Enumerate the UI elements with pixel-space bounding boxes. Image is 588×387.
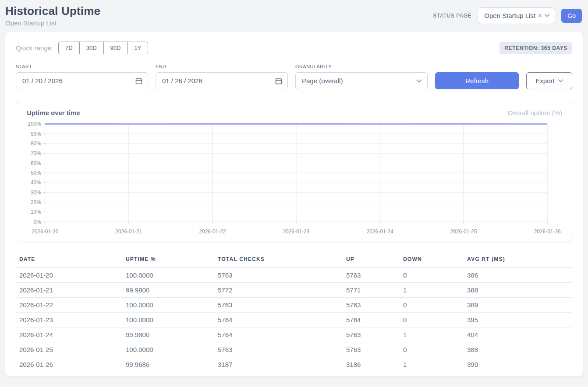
table-row: 2026-01-2699.9686318731861390 — [16, 357, 572, 372]
page-subtitle: Open Startup List — [5, 19, 100, 27]
table-cell: 1 — [400, 283, 464, 298]
chart-legend: Overall uptime (%) — [508, 109, 562, 116]
quick-range-90d-button[interactable]: 90D — [103, 42, 128, 54]
column-header: TOTAL CHECKS — [214, 253, 343, 268]
table-cell: 2026-01-21 — [16, 283, 122, 298]
svg-text:2026-01-25: 2026-01-25 — [450, 229, 477, 235]
table-cell: 1 — [400, 327, 464, 342]
table-cell: 2026-01-20 — [16, 268, 122, 283]
uptime-table: DATEUPTIME %TOTAL CHECKSUPDOWNAVG RT (MS… — [16, 253, 572, 372]
table-cell: 5771 — [343, 283, 400, 298]
granularity-field: GRANULARITY Page (overall) — [295, 64, 428, 89]
table-cell: 386 — [464, 268, 572, 283]
svg-text:80%: 80% — [31, 141, 41, 147]
table-cell: 1 — [400, 357, 464, 372]
granularity-label: GRANULARITY — [295, 64, 428, 69]
table-row: 2026-01-23100.0000576457640395 — [16, 313, 572, 327]
retention-badge: RETENTION: 365 DAYS — [499, 42, 572, 54]
table-row: 2026-01-25100.0000576357630388 — [16, 342, 572, 357]
header-controls: STATUS PAGE Open Startup List × Go — [433, 7, 582, 24]
table-cell: 389 — [464, 298, 572, 313]
calendar-icon[interactable] — [275, 77, 282, 84]
chevron-down-icon — [545, 14, 549, 17]
svg-text:2026-01-22: 2026-01-22 — [199, 229, 226, 235]
table-row: 2026-01-22100.0000576357630389 — [16, 298, 572, 313]
svg-text:100%: 100% — [28, 121, 41, 127]
table-cell: 100.0000 — [122, 298, 214, 313]
table-cell: 395 — [464, 313, 572, 327]
uptime-table-body: 2026-01-20100.00005763576303862026-01-21… — [16, 268, 572, 372]
end-label: END — [156, 64, 288, 69]
svg-text:2026-01-20: 2026-01-20 — [32, 229, 58, 235]
table-cell: 100.0000 — [122, 268, 214, 283]
column-header: DOWN — [400, 253, 464, 268]
chevron-down-icon — [417, 79, 422, 83]
status-page-label: STATUS PAGE — [433, 13, 471, 19]
clear-icon[interactable]: × — [538, 12, 542, 19]
end-date-field: END 01 / 26 / 2026 — [156, 64, 288, 89]
go-button[interactable]: Go — [561, 9, 582, 23]
chart-header: Uptime over time Overall uptime (%) — [26, 109, 562, 116]
quick-range-1y-button[interactable]: 1Y — [127, 42, 148, 54]
quick-range-7d-button[interactable]: 7D — [58, 42, 80, 54]
status-page-value: Open Startup List — [484, 12, 535, 19]
uptime-chart: 100%90%80%70%60%50%40%30%20%10%0%2026-01… — [26, 121, 562, 236]
filter-form-row: START 01 / 20 / 2026 END 01 / 26 / 2026 … — [16, 64, 572, 89]
quick-range-label: Quick range: — [16, 44, 53, 52]
table-row: 2026-01-2199.9800577257711388 — [16, 283, 572, 298]
table-cell: 0 — [400, 342, 464, 357]
granularity-select[interactable]: Page (overall) — [295, 72, 428, 89]
status-page-select[interactable]: Open Startup List × — [478, 7, 555, 24]
table-row: 2026-01-20100.0000576357630386 — [16, 268, 572, 283]
table-cell: 99.9800 — [122, 283, 214, 298]
table-cell: 2026-01-23 — [16, 313, 122, 327]
table-cell: 2026-01-22 — [16, 298, 122, 313]
table-cell: 2026-01-26 — [16, 357, 122, 372]
svg-text:0%: 0% — [34, 218, 42, 225]
svg-text:2026-01-23: 2026-01-23 — [283, 229, 309, 235]
table-cell: 5763 — [343, 268, 400, 283]
table-cell: 5763 — [343, 327, 400, 342]
svg-text:90%: 90% — [31, 130, 41, 137]
table-cell: 0 — [400, 313, 464, 327]
quick-range-group: 7D30D90D1Y — [58, 42, 148, 54]
chart-title: Uptime over time — [27, 109, 80, 116]
table-cell: 5763 — [343, 298, 400, 313]
svg-text:2026-01-26: 2026-01-26 — [534, 229, 561, 235]
svg-text:2026-01-24: 2026-01-24 — [367, 229, 393, 235]
table-cell: 0 — [400, 298, 464, 313]
export-button[interactable]: Export — [526, 72, 572, 89]
svg-text:30%: 30% — [31, 189, 41, 195]
table-cell: 5763 — [214, 268, 343, 283]
quick-range-30d-button[interactable]: 30D — [79, 42, 104, 54]
table-cell: 5763 — [214, 298, 343, 313]
svg-text:20%: 20% — [31, 199, 41, 205]
svg-text:10%: 10% — [31, 209, 41, 215]
uptime-chart-card: Uptime over time Overall uptime (%) 100%… — [16, 101, 572, 242]
page-title: Historical Uptime — [5, 4, 100, 18]
refresh-button[interactable]: Refresh — [435, 72, 519, 89]
table-cell: 5764 — [214, 327, 343, 342]
table-row: 2026-01-2499.9800576457631404 — [16, 327, 572, 342]
table-cell: 388 — [464, 342, 572, 357]
table-cell: 5764 — [214, 313, 343, 327]
start-date-input[interactable]: 01 / 20 / 2026 — [16, 72, 148, 89]
table-cell: 2026-01-25 — [16, 342, 122, 357]
table-cell: 0 — [400, 268, 464, 283]
end-date-input[interactable]: 01 / 26 / 2026 — [156, 72, 288, 89]
column-header: UP — [343, 253, 400, 268]
column-header: AVG RT (MS) — [464, 253, 572, 268]
chevron-down-icon — [558, 79, 563, 82]
svg-text:40%: 40% — [31, 179, 41, 186]
svg-text:60%: 60% — [31, 160, 41, 166]
main-panel: Quick range: 7D30D90D1Y RETENTION: 365 D… — [5, 32, 583, 376]
top-header: Historical Uptime Open Startup List STAT… — [0, 0, 588, 27]
table-cell: 388 — [464, 283, 572, 298]
calendar-icon[interactable] — [135, 77, 142, 84]
export-label: Export — [535, 77, 554, 84]
column-header: UPTIME % — [122, 253, 214, 268]
table-cell: 2026-01-24 — [16, 327, 122, 342]
svg-text:50%: 50% — [31, 170, 41, 176]
table-cell: 5763 — [343, 342, 400, 357]
svg-text:70%: 70% — [31, 150, 41, 156]
